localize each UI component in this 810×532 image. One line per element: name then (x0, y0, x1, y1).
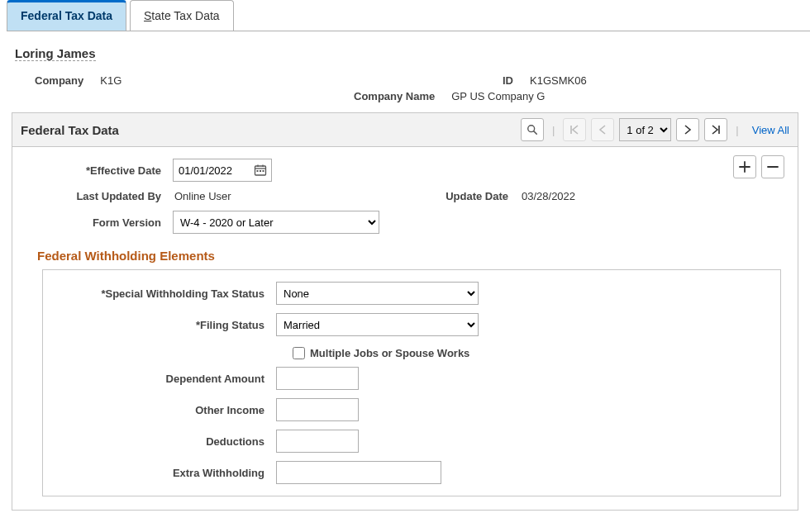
last-page-button[interactable] (704, 118, 727, 141)
record-header: Loring James Company K1G ID K1GSMK06 Com… (0, 43, 810, 112)
multiple-jobs-label: Multiple Jobs or Spouse Works (310, 347, 469, 359)
filing-status-label: Filing Status (53, 319, 276, 331)
update-date-value: 03/28/2022 (520, 190, 575, 202)
last-updated-label: Last Updated By (27, 190, 173, 202)
prev-page-button[interactable] (591, 118, 614, 141)
withholding-subpanel: Special Withholding Tax Status None Fili… (42, 269, 781, 496)
svg-line-1 (534, 131, 537, 135)
deductions-input[interactable] (276, 430, 359, 453)
panel-title: Federal Tax Data (21, 123, 119, 137)
first-page-button[interactable] (563, 118, 586, 141)
last-updated-value: Online User (173, 190, 421, 202)
panel-header: Federal Tax Data | 1 of 2 | View All (12, 113, 798, 147)
swts-label: Special Withholding Tax Status (53, 287, 276, 300)
company-name-label: Company Name (354, 90, 451, 102)
federal-tax-panel: Federal Tax Data | 1 of 2 | View All (12, 112, 798, 511)
form-version-select[interactable]: W-4 - 2020 or Later (173, 211, 379, 234)
last-icon (711, 125, 721, 135)
search-button[interactable] (521, 118, 544, 141)
view-all-link[interactable]: View All (747, 124, 789, 136)
company-label: Company (15, 74, 100, 87)
deductions-label: Deductions (53, 435, 276, 448)
add-row-button[interactable] (733, 155, 756, 178)
calendar-icon (254, 164, 267, 177)
withholding-section-title: Federal Withholding Elements (37, 249, 783, 263)
extra-withholding-input[interactable] (276, 461, 441, 484)
multiple-jobs-checkbox[interactable] (293, 347, 305, 359)
other-income-input[interactable] (276, 398, 359, 421)
calendar-button[interactable] (252, 162, 269, 178)
form-version-label: Form Version (27, 216, 173, 229)
tab-bar: Federal Tax Data State Tax Data (7, 0, 810, 31)
row-actions (733, 155, 784, 178)
other-income-label: Other Income (53, 404, 276, 416)
id-label: ID (354, 74, 530, 87)
filing-status-select[interactable]: Married (276, 313, 479, 336)
extra-withholding-label: Extra Withholding (53, 467, 276, 479)
tab-state-rest: tate Tax Data (151, 9, 219, 22)
effective-date-label: Effective Date (27, 164, 173, 177)
panel-body: Effective Date Last Updated By Online Us… (12, 147, 798, 510)
svg-rect-7 (260, 170, 261, 172)
panel-controls: | 1 of 2 | View All (521, 118, 789, 141)
next-page-button[interactable] (676, 118, 699, 141)
delete-row-button[interactable] (761, 155, 784, 178)
page-select[interactable]: 1 of 2 (619, 118, 671, 141)
dependent-amount-input[interactable] (276, 367, 359, 390)
first-icon (569, 125, 579, 135)
minus-icon (767, 161, 779, 173)
chevron-right-icon (684, 125, 692, 135)
chevron-left-icon (598, 125, 607, 135)
separator: | (549, 124, 558, 136)
company-name-value: GP US Company G (451, 90, 545, 102)
svg-rect-8 (263, 170, 264, 172)
tab-federal-tax-data[interactable]: Federal Tax Data (7, 0, 126, 31)
person-name: Loring James (15, 46, 96, 61)
plus-icon (739, 161, 750, 173)
id-value: K1GSMK06 (530, 74, 587, 87)
update-date-label: Update Date (421, 190, 520, 202)
svg-rect-6 (257, 170, 259, 172)
tab-state-accesskey: S (144, 9, 151, 22)
search-icon (526, 124, 538, 135)
company-value: K1G (100, 74, 122, 87)
tab-state-tax-data[interactable]: State Tax Data (130, 0, 234, 31)
dependent-amount-label: Dependent Amount (53, 373, 276, 385)
swts-select[interactable]: None (276, 282, 479, 305)
separator: | (732, 124, 741, 136)
